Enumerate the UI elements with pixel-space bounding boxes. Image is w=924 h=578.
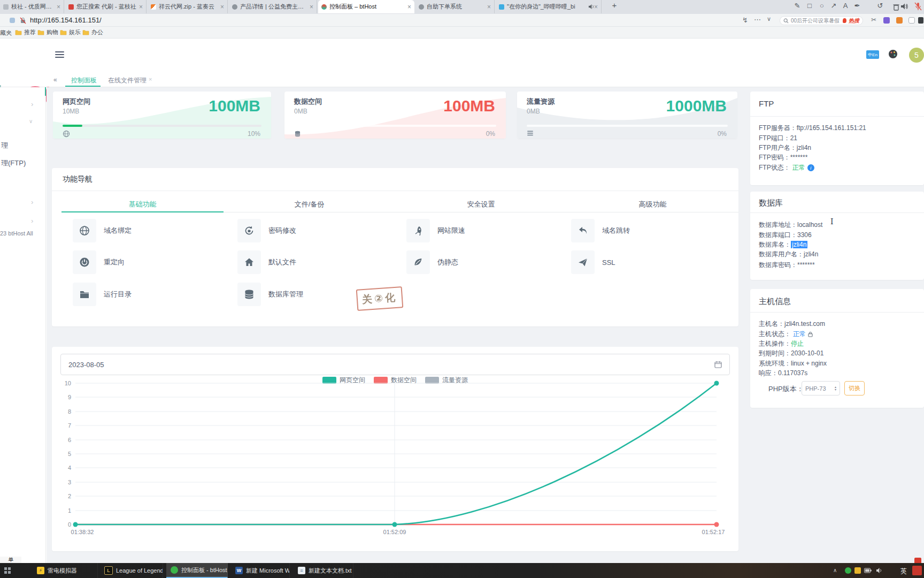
chevron-right-icon[interactable]: › <box>31 217 33 225</box>
function-domain-redirect[interactable]: 域名跳转 <box>571 219 630 242</box>
more-menu-icon[interactable]: ⋯ <box>754 16 761 24</box>
function-default-file[interactable]: 默认文件 <box>237 250 296 274</box>
not-secure-icon[interactable] <box>20 17 26 24</box>
text-tool-icon[interactable]: A <box>841 2 850 10</box>
close-icon[interactable]: × <box>487 3 491 11</box>
trash-icon[interactable] <box>893 3 899 11</box>
chevron-down-icon[interactable]: ∨ <box>767 16 771 22</box>
bookmark-folder-label[interactable]: 藏夹 <box>0 29 12 37</box>
ime-language-indicator[interactable]: 英 <box>900 567 907 576</box>
tray-app-icon[interactable] <box>845 567 851 574</box>
tab-file-backup[interactable]: 文件/备份 <box>224 196 395 212</box>
browser-tab-active[interactable]: 控制面板 – btHost × <box>318 0 414 13</box>
bookmark-folder[interactable]: 办公 <box>82 28 103 36</box>
function-pseudo-static[interactable]: 伪静态 <box>406 250 458 274</box>
function-domain-bind[interactable]: 域名绑定 <box>73 219 132 242</box>
sidebar-toggle-icon[interactable] <box>918 17 923 24</box>
close-icon[interactable]: × <box>139 3 143 11</box>
folder-icon <box>82 29 89 35</box>
arrow-tool-icon[interactable]: ↗ <box>829 2 838 10</box>
tab-advanced[interactable]: 高级功能 <box>567 196 738 212</box>
chevron-down-icon[interactable]: ∨ <box>29 118 33 124</box>
extension-icon[interactable] <box>10 18 15 23</box>
desktop: 枝社 - 优质网站源码与插件 × 您正搜索 代刷 - 蓝枝社 × 祥云代网.zi… <box>0 0 924 578</box>
pencil-icon[interactable]: ✎ <box>792 2 802 10</box>
volume-icon[interactable] <box>876 567 883 574</box>
tray-chevron-icon[interactable]: ∧ <box>833 567 837 573</box>
collapse-tabs-icon[interactable]: « <box>53 76 57 83</box>
battery-icon[interactable] <box>864 568 872 573</box>
close-icon[interactable]: × <box>57 3 60 11</box>
function-redirect[interactable]: 重定向 <box>73 250 125 274</box>
tab-audio-icon[interactable] <box>588 4 594 10</box>
extension-purple-icon[interactable] <box>883 17 890 24</box>
browser-tab[interactable]: 产品详情 | 公益免费主机互联 × <box>229 0 317 13</box>
extension-orange-icon[interactable] <box>896 17 903 24</box>
tab-basic-functions[interactable]: 基础功能 <box>61 196 224 212</box>
browser-tab[interactable]: 祥云代网.zip - 蓝奏云 × <box>148 0 228 13</box>
function-database-manage[interactable]: 数据库管理 <box>237 283 303 306</box>
php-version-select[interactable]: PHP-73 ▴▾ <box>802 381 840 396</box>
tray-app-icon[interactable] <box>854 567 861 574</box>
hamburger-menu-icon[interactable] <box>55 50 64 59</box>
scissors-icon[interactable]: ✂ <box>871 16 876 24</box>
url-field[interactable]: http://165.154.161.151/ <box>30 16 102 24</box>
info-icon[interactable]: i <box>807 164 814 171</box>
chevron-right-icon[interactable]: › <box>31 100 33 108</box>
close-icon[interactable]: × <box>149 76 152 82</box>
host-stop-action[interactable]: 停止 <box>791 340 804 347</box>
close-icon[interactable]: × <box>310 3 313 11</box>
browser-tab[interactable]: 您正搜索 代刷 - 蓝枝社 × <box>65 0 147 13</box>
theme-palette-icon[interactable] <box>888 49 898 59</box>
browser-tab[interactable]: "在你的身边"_哔哩哔哩_bi × <box>496 0 602 13</box>
close-icon[interactable]: × <box>594 3 598 11</box>
start-button[interactable] <box>4 567 11 574</box>
undo-icon[interactable]: ↺ <box>875 2 885 10</box>
function-run-directory[interactable]: 运行目录 <box>73 283 132 306</box>
taskbar-item-lol[interactable]: L League of Legends <box>100 563 163 578</box>
close-icon[interactable]: × <box>407 3 411 11</box>
browser-search-box[interactable]: 00后开公司设寒暑假 热搜 <box>780 16 863 25</box>
data-point <box>714 522 719 527</box>
card-title: 功能导航 <box>63 174 93 184</box>
bolt-icon[interactable]: ↯ <box>742 16 748 24</box>
tab-file-manager[interactable]: 在线文件管理 <box>108 76 147 85</box>
taskbar-item-browser[interactable]: 控制面板 - btHost... <box>166 563 228 578</box>
close-icon[interactable]: × <box>220 3 224 11</box>
calendar-icon[interactable] <box>714 361 722 368</box>
ellipse-tool-icon[interactable]: ○ <box>817 2 827 10</box>
chevron-right-icon[interactable]: › <box>31 198 33 206</box>
php-switch-button[interactable]: 切换 <box>844 381 865 396</box>
search-icon <box>783 18 789 24</box>
svg-text:4: 4 <box>68 465 71 471</box>
date-picker[interactable]: 2023-08-05 <box>60 354 730 375</box>
language-toggle-icon[interactable]: 中En <box>866 50 879 59</box>
browser-tab[interactable]: 枝社 - 优质网站源码与插件 × <box>0 0 64 13</box>
bookmark-folder[interactable]: 娱乐 <box>60 28 81 36</box>
taskbar: ⚡ 雷电模拟器 L League of Legends 控制面板 - btHos… <box>0 563 924 578</box>
browser-toolbar: http://165.154.161.151/ ↯ ⋯ ∨ 00后开公司设寒暑假… <box>0 14 924 27</box>
bookmark-folder[interactable]: 购物 <box>37 28 58 36</box>
date-value: 2023-08-05 <box>68 361 104 369</box>
new-tab-button[interactable]: + <box>610 1 619 10</box>
taskbar-item-word[interactable]: W 新建 Microsoft W... <box>231 563 290 578</box>
taskbar-item-notepad[interactable]: ≡ 新建文本文档.txt -... <box>294 563 353 578</box>
tab-security[interactable]: 安全设置 <box>395 196 567 212</box>
function-ssl[interactable]: SSL <box>571 250 615 274</box>
svg-text:9: 9 <box>68 394 71 400</box>
avatar[interactable]: 5 <box>909 48 924 63</box>
tray-red-icon[interactable] <box>912 566 922 575</box>
mic-muted-icon[interactable] <box>914 2 922 11</box>
taskbar-item-emulator[interactable]: ⚡ 雷电模拟器 <box>33 563 98 578</box>
sidebar-item-file-manager[interactable]: 理 <box>1 141 8 150</box>
function-password-change[interactable]: 密码修改 <box>237 219 296 242</box>
speaker-icon[interactable] <box>900 3 908 10</box>
bookmark-folder[interactable]: 推荐 <box>15 28 36 36</box>
tab-dashboard[interactable]: 控制面板 <box>71 76 97 85</box>
pen-tool-icon[interactable]: ✒ <box>852 2 862 10</box>
sidebar-item-ftp-manager[interactable]: 理(FTP) <box>1 158 26 168</box>
device-icon[interactable] <box>908 17 915 24</box>
function-site-speed-limit[interactable]: 网站限速 <box>406 219 465 242</box>
rect-tool-icon[interactable]: □ <box>805 2 814 10</box>
browser-tab[interactable]: 自助下单系统 × <box>415 0 495 13</box>
